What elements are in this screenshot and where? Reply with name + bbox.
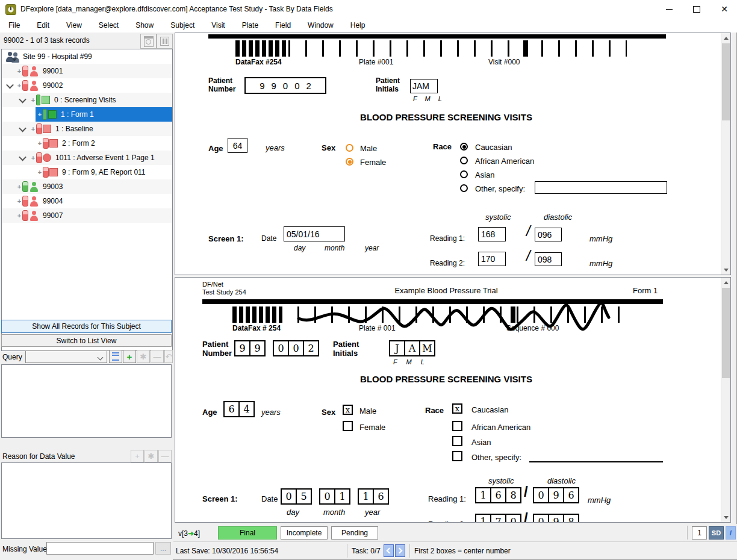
scroll-up-icon[interactable] bbox=[721, 33, 730, 43]
scrollbar-thumb[interactable] bbox=[722, 288, 730, 378]
tree-item-visit-screening[interactable]: 0 : Screening Visits bbox=[2, 93, 172, 107]
plus-icon[interactable] bbox=[16, 198, 22, 205]
timer-button[interactable] bbox=[140, 34, 157, 49]
date-label: Date bbox=[261, 494, 278, 503]
sex-male-option[interactable]: Male bbox=[360, 144, 377, 153]
close-button[interactable]: ✕ bbox=[711, 0, 737, 18]
query-text-area[interactable] bbox=[1, 364, 172, 438]
scroll-up-icon[interactable] bbox=[721, 278, 730, 287]
minimize-button[interactable] bbox=[655, 0, 683, 18]
menu-plate[interactable]: Plate bbox=[234, 18, 267, 33]
tree-item-subject-99003[interactable]: 99003 bbox=[2, 179, 172, 194]
sex-female-option[interactable]: Female bbox=[360, 158, 386, 167]
incomplete-button[interactable]: Incomplete bbox=[281, 526, 328, 540]
plus-icon[interactable] bbox=[16, 183, 22, 190]
missing-value-more-button[interactable]: ... bbox=[155, 542, 171, 555]
query-list-button[interactable] bbox=[109, 350, 122, 363]
query-remove-button[interactable]: — bbox=[151, 350, 164, 363]
query-undo-button[interactable]: ↶ bbox=[164, 350, 173, 363]
final-button[interactable]: Final bbox=[218, 526, 277, 540]
race-caucasian-radio[interactable] bbox=[460, 143, 468, 151]
sd-button[interactable]: SD bbox=[709, 526, 724, 540]
scroll-down-icon[interactable] bbox=[721, 265, 730, 275]
previous-task-button[interactable] bbox=[384, 544, 394, 557]
sex-male-radio[interactable] bbox=[346, 144, 353, 152]
info-button[interactable]: i bbox=[726, 526, 736, 540]
menu-help[interactable]: Help bbox=[342, 18, 374, 33]
page-button[interactable]: 1 bbox=[692, 526, 707, 540]
plus-icon[interactable] bbox=[30, 154, 36, 161]
race-african-american-radio[interactable] bbox=[460, 157, 468, 164]
collapse-chevron-icon[interactable] bbox=[19, 124, 26, 132]
next-task-button[interactable] bbox=[395, 544, 405, 557]
reading1-diastolic-field[interactable]: 096 bbox=[535, 228, 562, 241]
plus-icon[interactable] bbox=[30, 96, 36, 104]
tree-item-subject-99007[interactable]: 99007 bbox=[2, 208, 172, 223]
reading2-systolic-field[interactable]: 170 bbox=[478, 252, 506, 266]
reason-star-button[interactable]: ✱ bbox=[145, 450, 158, 462]
menu-file[interactable]: File bbox=[0, 18, 28, 33]
race-other-radio[interactable] bbox=[460, 184, 468, 192]
minus-icon: — bbox=[161, 452, 169, 461]
plus-icon[interactable] bbox=[37, 111, 43, 118]
tree-item-form2[interactable]: 2 : Form 2 bbox=[2, 136, 172, 151]
patient-number-field[interactable]: 99002 bbox=[244, 77, 326, 94]
tree-item-subject-99004[interactable]: 99004 bbox=[2, 194, 172, 208]
query-dropdown[interactable] bbox=[25, 350, 107, 363]
digit-cell: 0 bbox=[505, 514, 521, 523]
race-other-specify-field[interactable] bbox=[535, 181, 667, 194]
menu-subject[interactable]: Subject bbox=[162, 18, 203, 33]
collapse-chevron-icon[interactable] bbox=[19, 95, 26, 103]
reading2-diastolic-field[interactable]: 098 bbox=[535, 252, 562, 266]
maximize-button[interactable] bbox=[683, 0, 711, 18]
race-asian-option[interactable]: Asian bbox=[475, 170, 495, 179]
tree-item-form1-selected[interactable]: 1 : Form 1 bbox=[2, 107, 172, 122]
show-all-records-button[interactable]: Show All Records for This Subject bbox=[1, 320, 172, 333]
menu-window[interactable]: Window bbox=[299, 18, 342, 33]
menu-select[interactable]: Select bbox=[90, 18, 127, 33]
plus-icon[interactable] bbox=[37, 169, 43, 176]
pause-button[interactable] bbox=[157, 34, 173, 49]
menu-edit[interactable]: Edit bbox=[28, 18, 58, 33]
race-african-american-option[interactable]: African American bbox=[475, 157, 534, 166]
tree-item-form9[interactable]: 9 : Form 9, AE Report 011 bbox=[2, 165, 172, 179]
menu-view[interactable]: View bbox=[58, 18, 90, 33]
tree-item-site[interactable]: Site 99 - Hospital #99 bbox=[2, 49, 172, 64]
reason-remove-button[interactable]: — bbox=[158, 450, 172, 462]
reading1-systolic-field[interactable]: 168 bbox=[478, 227, 506, 241]
screen1-date-field[interactable]: 05/01/16 bbox=[284, 226, 345, 241]
missing-value-input[interactable] bbox=[46, 542, 154, 555]
switch-to-list-view-button[interactable]: Switch to List View bbox=[1, 334, 172, 347]
race-asian-radio[interactable] bbox=[460, 170, 468, 178]
tree-item-subject-99001[interactable]: 99001 bbox=[2, 64, 172, 78]
race-other-option[interactable]: Other, specify: bbox=[475, 184, 525, 193]
pending-button[interactable]: Pending bbox=[331, 526, 378, 540]
tree-item-subject-99002[interactable]: 99002 bbox=[2, 78, 172, 93]
collapse-chevron-icon[interactable] bbox=[6, 81, 14, 89]
tree-item-visit-baseline[interactable]: 1 : Baseline bbox=[2, 122, 172, 136]
vertical-scrollbar[interactable] bbox=[721, 278, 730, 522]
asterisk-icon: ✱ bbox=[140, 352, 147, 361]
vertical-scrollbar[interactable] bbox=[721, 33, 730, 275]
collapse-chevron-icon[interactable] bbox=[19, 153, 26, 161]
plus-icon[interactable] bbox=[37, 140, 43, 147]
version-label: v[3➜4] bbox=[178, 529, 200, 538]
query-add-button[interactable]: + bbox=[123, 350, 136, 363]
plus-icon[interactable] bbox=[16, 82, 22, 89]
tree-item-adverse-event[interactable]: 1011 : Adverse Event 1 Page 1 bbox=[2, 151, 172, 165]
plus-icon[interactable] bbox=[30, 125, 36, 132]
sex-female-radio[interactable] bbox=[346, 158, 353, 166]
plus-icon[interactable] bbox=[16, 212, 22, 219]
race-caucasian-option[interactable]: Caucasian bbox=[475, 143, 512, 152]
plus-icon[interactable] bbox=[16, 67, 22, 75]
menu-visit[interactable]: Visit bbox=[203, 18, 233, 33]
menu-field[interactable]: Field bbox=[267, 18, 299, 33]
age-field[interactable]: 64 bbox=[228, 138, 247, 153]
reason-text-area[interactable] bbox=[1, 462, 172, 539]
scrollbar-thumb[interactable] bbox=[722, 43, 730, 120]
menu-show[interactable]: Show bbox=[127, 18, 162, 33]
reason-add-button[interactable]: + bbox=[131, 450, 144, 462]
scroll-down-icon[interactable] bbox=[721, 512, 730, 522]
patient-initials-field[interactable]: JAM bbox=[410, 79, 438, 93]
query-star-button[interactable]: ✱ bbox=[137, 350, 150, 363]
